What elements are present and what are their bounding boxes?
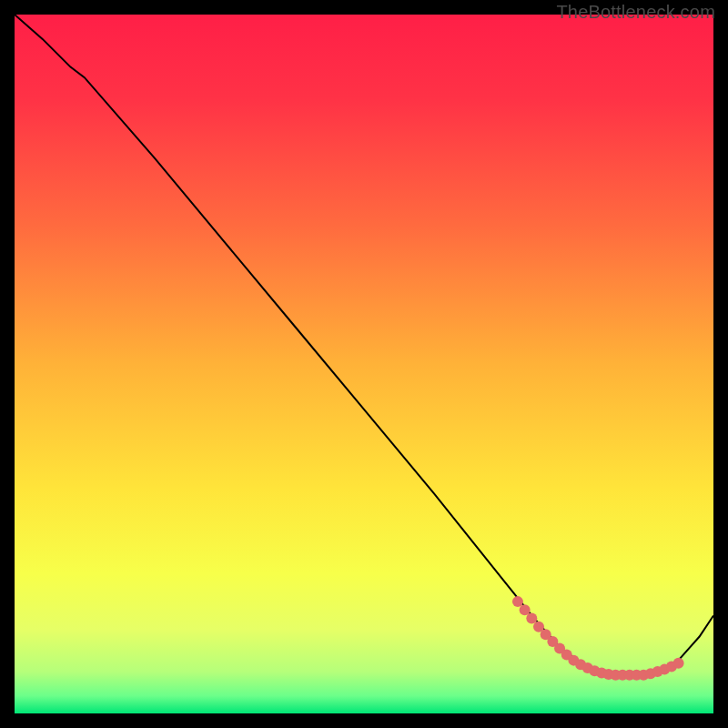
valley-dot bbox=[512, 596, 523, 607]
valley-dot bbox=[673, 658, 684, 669]
valley-dot bbox=[526, 613, 537, 624]
chart-svg bbox=[15, 15, 713, 713]
valley-dot bbox=[520, 604, 531, 615]
chart-background bbox=[15, 15, 713, 713]
chart-plot-area bbox=[15, 15, 713, 713]
chart-stage: TheBottleneck.com bbox=[0, 0, 728, 728]
watermark-text: TheBottleneck.com bbox=[556, 2, 715, 23]
